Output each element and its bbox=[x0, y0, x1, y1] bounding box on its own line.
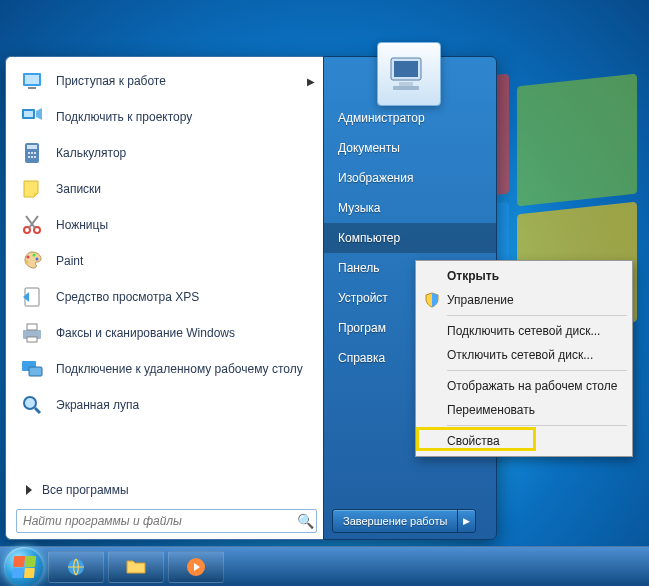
program-label: Подключение к удаленному рабочему столу bbox=[56, 362, 315, 376]
snipping-tool-icon bbox=[18, 211, 46, 239]
xps-viewer-icon bbox=[18, 283, 46, 311]
svg-point-20 bbox=[33, 254, 36, 257]
sticky-notes-icon bbox=[18, 175, 46, 203]
getting-started-icon bbox=[18, 67, 46, 95]
svg-point-14 bbox=[28, 156, 30, 158]
program-fax-scan[interactable]: Факсы и сканирование Windows bbox=[12, 315, 321, 351]
ctx-separator bbox=[447, 370, 627, 371]
svg-rect-25 bbox=[27, 324, 37, 330]
program-label: Приступая к работе bbox=[56, 74, 297, 88]
ctx-manage[interactable]: Управление bbox=[419, 288, 629, 312]
ctx-separator bbox=[447, 425, 627, 426]
shutdown-row: Завершение работы ▶ bbox=[324, 503, 496, 539]
program-sticky-notes[interactable]: Записки bbox=[12, 171, 321, 207]
program-label: Средство просмотра XPS bbox=[56, 290, 315, 304]
svg-rect-8 bbox=[24, 111, 33, 117]
program-label: Калькулятор bbox=[56, 146, 315, 160]
svg-point-19 bbox=[27, 256, 30, 259]
magnifier-icon bbox=[18, 391, 46, 419]
shutdown-label: Завершение работы bbox=[333, 510, 457, 532]
right-link-pictures[interactable]: Изображения bbox=[324, 163, 496, 193]
search-box[interactable]: 🔍 bbox=[16, 509, 317, 533]
start-menu-left-panel: Приступая к работе ▶ Подключить к проект… bbox=[5, 56, 323, 540]
ctx-rename[interactable]: Переименовать bbox=[419, 398, 629, 422]
shutdown-options-arrow-icon[interactable]: ▶ bbox=[457, 510, 475, 532]
program-label: Ножницы bbox=[56, 218, 315, 232]
ie-icon bbox=[64, 555, 88, 579]
search-input[interactable] bbox=[17, 514, 294, 528]
all-programs-label: Все программы bbox=[42, 483, 129, 497]
right-link-computer[interactable]: Компьютер bbox=[324, 223, 496, 253]
paint-icon bbox=[18, 247, 46, 275]
remote-desktop-icon bbox=[18, 355, 46, 383]
program-label: Подключить к проектору bbox=[56, 110, 315, 124]
folder-icon bbox=[124, 555, 148, 579]
all-programs-button[interactable]: Все программы bbox=[12, 475, 321, 505]
svg-rect-1 bbox=[394, 61, 418, 77]
svg-rect-3 bbox=[393, 86, 419, 90]
taskbar-explorer[interactable] bbox=[108, 551, 164, 583]
svg-point-16 bbox=[34, 156, 36, 158]
windows-flag-icon bbox=[12, 556, 36, 578]
svg-point-22 bbox=[26, 261, 29, 264]
right-link-music[interactable]: Музыка bbox=[324, 193, 496, 223]
svg-rect-26 bbox=[27, 337, 37, 342]
svg-point-21 bbox=[36, 258, 39, 261]
start-button[interactable] bbox=[4, 547, 44, 587]
svg-point-11 bbox=[28, 152, 30, 154]
wmp-icon bbox=[184, 555, 208, 579]
program-calculator[interactable]: Калькулятор bbox=[12, 135, 321, 171]
search-row: 🔍 bbox=[12, 505, 321, 533]
taskbar-media-player[interactable] bbox=[168, 551, 224, 583]
svg-point-29 bbox=[24, 397, 36, 409]
program-magnifier[interactable]: Экранная лупа bbox=[12, 387, 321, 423]
fax-scan-icon bbox=[18, 319, 46, 347]
right-link-administrator[interactable]: Администратор bbox=[324, 103, 496, 133]
shutdown-button[interactable]: Завершение работы ▶ bbox=[332, 509, 476, 533]
program-label: Экранная лупа bbox=[56, 398, 315, 412]
ctx-separator bbox=[447, 315, 627, 316]
projector-icon bbox=[18, 103, 46, 131]
user-avatar[interactable] bbox=[377, 42, 441, 106]
svg-rect-2 bbox=[399, 82, 413, 86]
computer-icon bbox=[385, 50, 433, 98]
program-getting-started[interactable]: Приступая к работе ▶ bbox=[12, 63, 321, 99]
svg-point-15 bbox=[31, 156, 33, 158]
ctx-properties[interactable]: Свойства bbox=[419, 429, 629, 453]
program-label: Paint bbox=[56, 254, 315, 268]
program-remote-desktop[interactable]: Подключение к удаленному рабочему столу bbox=[12, 351, 321, 387]
ctx-disconnect-drive[interactable]: Отключить сетевой диск... bbox=[419, 343, 629, 367]
program-projector[interactable]: Подключить к проектору bbox=[12, 99, 321, 135]
svg-rect-6 bbox=[28, 87, 36, 89]
svg-point-12 bbox=[31, 152, 33, 154]
svg-rect-28 bbox=[29, 367, 42, 376]
submenu-arrow-icon: ▶ bbox=[307, 76, 315, 87]
taskbar bbox=[0, 546, 649, 586]
search-icon[interactable]: 🔍 bbox=[294, 513, 316, 529]
ctx-show-on-desktop[interactable]: Отображать на рабочем столе bbox=[419, 374, 629, 398]
program-label: Факсы и сканирование Windows bbox=[56, 326, 315, 340]
ctx-open[interactable]: Открыть bbox=[419, 264, 629, 288]
svg-point-13 bbox=[34, 152, 36, 154]
calculator-icon bbox=[18, 139, 46, 167]
triangle-right-icon bbox=[26, 485, 32, 495]
svg-rect-10 bbox=[27, 145, 37, 149]
program-snipping-tool[interactable]: Ножницы bbox=[12, 207, 321, 243]
program-list: Приступая к работе ▶ Подключить к проект… bbox=[12, 63, 321, 475]
program-xps-viewer[interactable]: Средство просмотра XPS bbox=[12, 279, 321, 315]
taskbar-ie[interactable] bbox=[48, 551, 104, 583]
program-paint[interactable]: Paint bbox=[12, 243, 321, 279]
right-link-documents[interactable]: Документы bbox=[324, 133, 496, 163]
program-label: Записки bbox=[56, 182, 315, 196]
ctx-map-drive[interactable]: Подключить сетевой диск... bbox=[419, 319, 629, 343]
shield-icon bbox=[424, 292, 440, 308]
svg-rect-5 bbox=[25, 75, 39, 84]
context-menu: Открыть Управление Подключить сетевой ди… bbox=[415, 260, 633, 457]
